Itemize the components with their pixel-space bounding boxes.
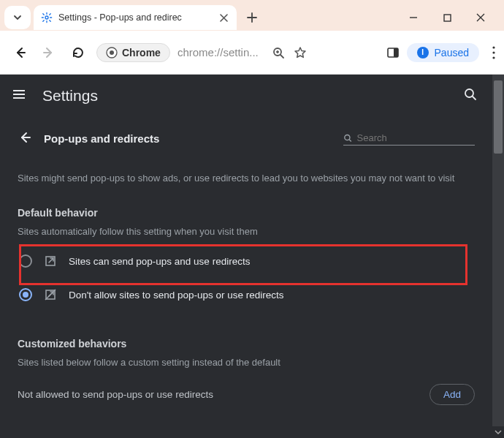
svg-point-14 [492,51,495,53]
tab-list-dropdown[interactable] [4,6,31,29]
side-panel-button[interactable] [386,46,400,59]
search-input[interactable] [357,132,475,143]
settings-app-title: Settings [42,87,98,105]
maximize-icon [443,13,452,23]
zoom-icon [272,46,285,59]
svg-line-8 [280,55,283,58]
kebab-icon [492,46,495,59]
svg-point-15 [492,56,495,58]
customized-sub: Sites listed below follow a custom setti… [18,357,475,368]
svg-line-20 [473,97,476,99]
chrome-logo-icon [106,47,118,58]
reload-button[interactable] [67,42,89,64]
radio-dot [23,292,28,298]
add-button[interactable]: Add [429,384,475,405]
browser-tab[interactable]: Settings - Pop-ups and redirec [34,5,237,30]
paused-label: Paused [435,47,469,58]
chevron-down-icon [13,13,22,22]
external-link-blocked-icon [44,288,57,301]
default-behavior-heading: Default behavior [18,207,475,219]
chevron-down-icon [495,428,502,436]
page-subheader: Pop-ups and redirects [18,117,475,156]
window-close-button[interactable] [470,7,491,28]
maximize-button[interactable] [437,7,457,28]
arrow-right-icon [42,45,56,60]
plus-icon [247,12,257,23]
arrow-left-icon [18,130,32,145]
minimize-icon [408,12,419,23]
profile-paused-chip[interactable]: I Paused [407,43,479,62]
settings-back-button[interactable] [18,130,34,146]
svg-rect-2 [444,15,451,21]
svg-point-0 [45,16,48,19]
svg-point-13 [492,46,495,48]
gear-icon [41,12,53,23]
reload-icon [72,46,85,59]
tab-close-button[interactable] [218,12,229,23]
settings-content: Settings Pop-ups and redirects Sites mig… [0,75,504,438]
option-block-label: Don't allow sites to send pop-ups or use… [69,290,283,301]
settings-page: Pop-ups and redirects Sites might send p… [0,117,492,438]
panel-icon [386,46,400,59]
omnibox[interactable]: Chrome chrome://settin... [96,43,259,62]
back-button[interactable] [9,42,31,64]
new-tab-button[interactable] [241,7,263,29]
window-controls [403,7,504,28]
svg-rect-12 [394,48,398,57]
settings-topbar: Settings [0,75,492,117]
page-description: Sites might send pop-ups to show ads, or… [18,173,475,184]
chrome-chip: Chrome [96,43,170,62]
zoom-button[interactable] [272,46,285,59]
url-text: chrome://settin... [177,46,259,58]
svg-point-6 [110,50,114,55]
customized-heading: Customized behaviors [18,338,475,350]
scroll-down-button[interactable] [492,426,504,438]
menu-button[interactable] [12,87,29,105]
minimize-button[interactable] [403,7,424,28]
search-icon [463,87,478,102]
not-allowed-row: Not allowed to send pop-ups or use redir… [18,384,475,405]
radio-block[interactable] [19,288,32,301]
highlight-annotation [19,244,467,285]
hamburger-icon [12,87,26,102]
scrollbar[interactable] [492,75,504,438]
star-icon [294,46,307,59]
chrome-chip-label: Chrome [122,47,161,58]
omnibox-actions [272,46,307,59]
page-title: Pop-ups and redirects [44,132,159,145]
close-icon [476,12,486,23]
not-allowed-label: Not allowed to send pop-ups or use redir… [18,389,213,400]
svg-line-23 [349,139,351,141]
avatar: I [417,47,429,58]
scroll-thumb[interactable] [494,80,503,154]
svg-point-22 [345,135,350,140]
forward-button[interactable] [38,42,60,64]
browser-menu-button[interactable] [492,46,495,59]
window-titlebar: Settings - Pop-ups and redirec [0,0,504,31]
inline-search[interactable] [343,131,475,146]
bookmark-button[interactable] [294,46,307,59]
search-icon [343,133,353,143]
svg-point-19 [465,89,473,97]
arrow-left-icon [12,45,27,60]
tab-title: Settings - Pop-ups and redirec [58,12,212,23]
svg-line-26 [45,290,56,300]
settings-search-button[interactable] [463,87,481,105]
browser-toolbar: Chrome chrome://settin... I Paused [0,31,504,75]
default-behavior-sub: Sites automatically follow this setting … [18,226,475,237]
close-icon [220,14,228,22]
